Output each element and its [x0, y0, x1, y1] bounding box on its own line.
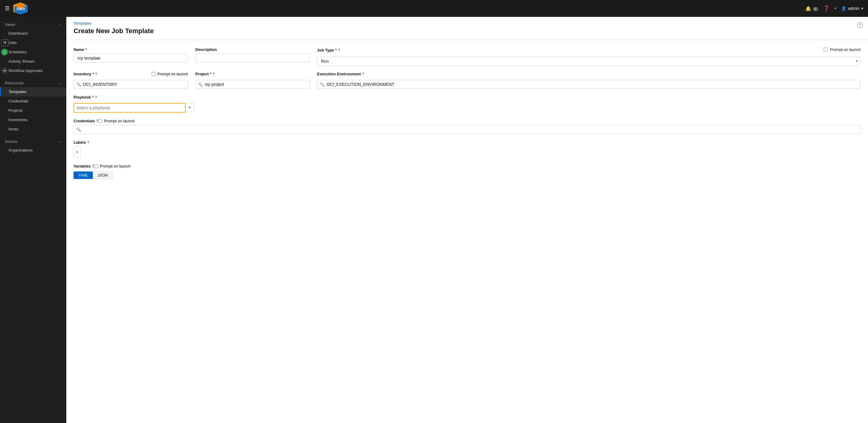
credentials-input[interactable] — [83, 125, 858, 134]
labels-dropdown-icon: ▾ — [76, 150, 78, 154]
name-input[interactable] — [73, 54, 188, 63]
help-button[interactable]: ❓ — [823, 5, 830, 12]
execution-env-field-group: Execution Environment ? 🔍 — [317, 72, 861, 89]
schedules-label: Schedules — [8, 50, 27, 54]
jobs-badge: 71 — [1, 39, 8, 46]
inventory-input[interactable] — [83, 80, 185, 89]
help-dropdown-icon[interactable]: ▾ — [835, 6, 836, 10]
schedules-check-icon: ✓ — [1, 49, 8, 56]
access-chevron-icon: ⌄ — [59, 139, 61, 143]
playbook-help-icon[interactable]: ? — [95, 95, 97, 99]
sidebar-item-schedules[interactable]: ✓ Schedules — [0, 47, 66, 57]
inventory-required-indicator: * — [93, 72, 94, 76]
sidebar-section-resources[interactable]: Resources ⌄ — [0, 78, 66, 87]
project-input[interactable] — [205, 80, 307, 89]
job-type-label: Job Type * ? — [317, 48, 340, 53]
job-type-prompt-checkbox[interactable] — [824, 47, 828, 52]
playbook-input[interactable] — [76, 104, 183, 112]
playbook-select-row: ▾ — [73, 103, 194, 113]
workflow-arrow-icon: ⇌ — [1, 67, 8, 74]
tab-json[interactable]: JSON — [93, 171, 113, 179]
hosts-label: Hosts — [8, 127, 19, 131]
form-row-variables: Variables ? Prompt on launch YAML JSON — [73, 164, 861, 179]
breadcrumb: Templates — [66, 17, 868, 27]
project-search-icon: 🔍 — [198, 82, 203, 87]
project-field-group: Project * ? 🔍 — [195, 72, 310, 89]
sidebar-item-hosts[interactable]: Hosts — [0, 124, 66, 134]
credentials-search-icon: 🔍 — [76, 127, 81, 132]
inventory-help-icon[interactable]: ? — [95, 72, 97, 76]
job-type-select[interactable]: Run Check — [317, 57, 861, 66]
inventory-label: Inventory * ? — [73, 72, 97, 76]
playbook-label: Playbook * ? — [73, 95, 194, 99]
projects-label: Projects — [8, 108, 23, 113]
sidebar-section-access[interactable]: Access ⌄ — [0, 136, 66, 145]
sidebar-item-jobs[interactable]: 71 Jobs — [0, 38, 66, 47]
inventory-field-group: Inventory * ? Prompt on launch 🔍 — [73, 72, 188, 89]
sidebar-item-organizations[interactable]: Organizations — [0, 145, 66, 155]
sidebar-item-dashboard[interactable]: Dashboard — [0, 29, 66, 38]
labels-label: Labels ? — [73, 140, 90, 144]
name-required-indicator: * — [85, 47, 87, 52]
project-required-indicator: * — [210, 72, 211, 76]
templates-label: Templates — [8, 90, 26, 94]
user-menu-button[interactable]: 👤 admin ▾ — [841, 6, 863, 11]
activity-stream-label: Activity Stream — [8, 59, 35, 64]
credentials-prompt-checkbox[interactable] — [98, 119, 102, 123]
inventory-search-wrap: 🔍 — [73, 80, 188, 89]
variables-prompt-label: Prompt on launch — [100, 164, 130, 168]
sidebar-section-views[interactable]: Views ⌄ — [0, 19, 66, 29]
playbook-dropdown-button[interactable]: ▾ — [186, 103, 194, 112]
breadcrumb-templates-link[interactable]: Templates — [73, 21, 91, 26]
sidebar-views-label: Views — [5, 22, 15, 27]
jobs-label: Jobs — [8, 40, 17, 45]
form-row-name-desc-jobtype: Name * Description Job Type — [73, 47, 861, 66]
variables-help-icon[interactable]: ? — [92, 164, 94, 168]
tab-yaml[interactable]: YAML — [73, 171, 93, 179]
labels-select-wrap[interactable]: ▾ — [73, 147, 81, 158]
form-row-inventory-project-exec: Inventory * ? Prompt on launch 🔍 — [73, 72, 861, 89]
sidebar-item-projects[interactable]: Projects — [0, 106, 66, 115]
user-dropdown-icon: ▾ — [861, 6, 863, 10]
credentials-help-icon[interactable]: ? — [96, 119, 98, 123]
inventory-prompt-label: Prompt on launch — [157, 72, 188, 76]
description-label: Description — [195, 47, 310, 52]
sidebar-item-credentials[interactable]: Credentials — [0, 96, 66, 106]
page-title: Create New Job Template — [66, 27, 868, 40]
execution-env-search-wrap: 🔍 — [317, 80, 861, 89]
dashboard-label: Dashboard — [8, 31, 28, 36]
project-help-icon[interactable]: ? — [213, 72, 215, 76]
bell-icon: 🔔 — [805, 6, 811, 11]
sidebar-access-label: Access — [5, 139, 18, 144]
description-field-group: Description — [195, 47, 310, 63]
job-type-field-group: Job Type * ? Prompt on launch Run Check — [317, 47, 861, 66]
name-field-group: Name * — [73, 47, 188, 63]
playbook-required-indicator: * — [92, 95, 94, 99]
variables-prompt-checkbox[interactable] — [94, 164, 98, 168]
sidebar-item-activity-stream[interactable]: Activity Stream — [0, 57, 66, 66]
notification-count: 0 — [813, 7, 818, 11]
form-row-credentials: Credentials ? Prompt on launch 🔍 — [73, 119, 861, 134]
sidebar-item-workflow-approvals[interactable]: ⇌ Workflow Approvals — [0, 66, 66, 75]
inventory-prompt-checkbox[interactable] — [152, 72, 156, 76]
sidebar-item-templates[interactable]: Templates — [0, 87, 66, 96]
job-template-form: Name * Description Job Type — [66, 40, 868, 192]
execution-env-help-icon[interactable]: ? — [362, 72, 364, 76]
top-navigation: ☰ AWX 🔔 0 ❓ ▾ 👤 admin ▾ — [0, 0, 868, 17]
job-type-help-icon[interactable]: ? — [338, 48, 340, 53]
svg-text:AWX: AWX — [16, 7, 25, 11]
sidebar-resources-label: Resources — [5, 81, 24, 85]
hamburger-menu-icon[interactable]: ☰ — [5, 5, 10, 12]
main-content: 🕐 Templates Create New Job Template Name… — [66, 17, 868, 423]
description-input[interactable] — [195, 54, 310, 63]
history-icon[interactable]: 🕐 — [857, 22, 863, 28]
sidebar-item-inventories[interactable]: Inventories — [0, 115, 66, 124]
execution-env-input[interactable] — [327, 80, 858, 89]
labels-help-icon[interactable]: ? — [87, 140, 89, 144]
playbook-field-group: Playbook * ? ▾ — [73, 95, 194, 113]
credentials-label: Credentials — [8, 99, 28, 103]
resources-chevron-icon: ⌄ — [59, 81, 61, 85]
notifications-button[interactable]: 🔔 0 — [805, 6, 818, 11]
playbook-input-wrap — [73, 103, 186, 113]
user-name-label: admin — [848, 6, 860, 11]
